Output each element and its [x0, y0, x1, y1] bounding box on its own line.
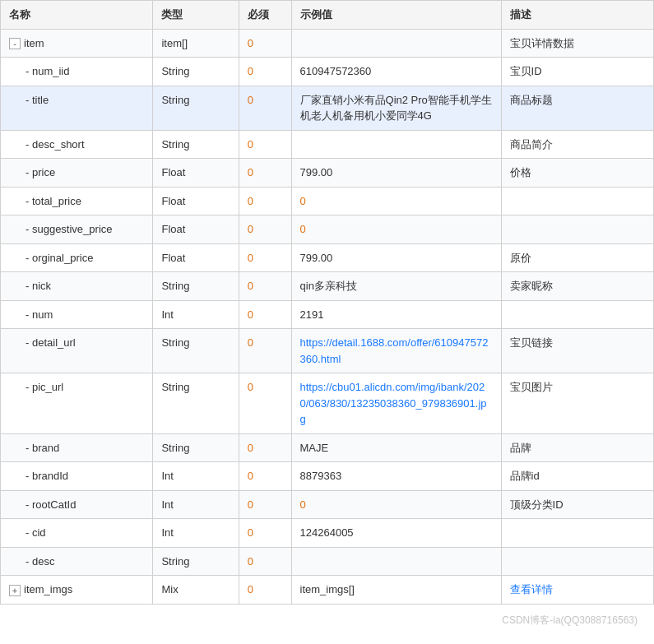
example-link[interactable]: https://detail.1688.com/offer/6109475723…: [300, 336, 489, 365]
cell-type: Int: [153, 519, 239, 548]
cell-example: [291, 547, 501, 576]
cell-example: 799.00: [291, 243, 501, 272]
cell-required: 0: [239, 329, 291, 373]
cell-desc: 宝贝图片: [501, 373, 653, 434]
cell-desc: 宝贝详情数据: [501, 29, 653, 58]
cell-example: qin多亲科技: [291, 272, 501, 301]
example-value: 0: [300, 195, 306, 207]
field-name: - title: [26, 94, 49, 106]
field-name: - desc_short: [26, 138, 85, 151]
cell-desc: [501, 547, 653, 576]
cell-desc: [501, 215, 653, 244]
field-name: - cid: [26, 526, 46, 539]
cell-example: https://cbu01.alicdn.com/img/ibank/2020/…: [291, 373, 501, 434]
field-name: - total_price: [26, 195, 81, 207]
header-type: 类型: [153, 1, 239, 30]
cell-name: - suggestive_price: [1, 215, 153, 244]
desc-link[interactable]: 查看详情: [510, 583, 553, 595]
cell-required: 0: [239, 300, 291, 329]
example-value: 0: [300, 223, 306, 235]
field-name: item: [24, 37, 44, 49]
cell-type: Float: [153, 159, 239, 188]
field-name: - pic_url: [26, 381, 63, 393]
cell-desc: [501, 187, 653, 215]
cell-required: 0: [239, 272, 291, 301]
cell-name: - pic_url: [1, 373, 153, 434]
cell-name: - total_price: [1, 187, 153, 215]
cell-type: item[]: [153, 29, 239, 58]
cell-name: - cid: [1, 519, 153, 548]
cell-example: 2191: [291, 300, 501, 329]
cell-name: - brandId: [1, 462, 153, 491]
cell-required: 0: [239, 159, 291, 188]
example-link[interactable]: https://cbu01.alicdn.com/img/ibank/2020/…: [300, 381, 487, 425]
cell-required: 0: [239, 433, 291, 462]
expand-icon[interactable]: -: [9, 38, 21, 49]
cell-desc: 查看详情: [501, 576, 653, 605]
cell-name: - detail_url: [1, 329, 153, 373]
cell-example: 0: [291, 215, 501, 244]
cell-name: -item: [1, 29, 153, 58]
cell-name: - title: [1, 86, 153, 130]
cell-example: 0: [291, 490, 501, 519]
cell-desc: 品牌id: [501, 462, 653, 491]
cell-type: Int: [153, 490, 239, 519]
cell-type: Float: [153, 243, 239, 272]
table-header: 名称 类型 必须 示例值 描述: [1, 1, 654, 30]
cell-required: 0: [239, 58, 291, 86]
field-name: - desc: [26, 555, 54, 568]
cell-name: - brand: [1, 433, 153, 462]
field-name: - rootCatId: [26, 498, 76, 511]
cell-type: Float: [153, 215, 239, 244]
field-name: item_imgs: [24, 583, 72, 595]
cell-desc: 品牌: [501, 433, 653, 462]
cell-type: Int: [153, 300, 239, 329]
cell-type: String: [153, 130, 239, 159]
cell-desc: 价格: [501, 159, 653, 188]
cell-desc: 商品标题: [501, 86, 653, 130]
cell-example: 799.00: [291, 159, 501, 188]
cell-type: String: [153, 86, 239, 130]
field-name: - suggestive_price: [26, 223, 113, 235]
header-example: 示例值: [291, 1, 501, 30]
cell-required: 0: [239, 243, 291, 272]
cell-example: [291, 130, 501, 159]
cell-desc: 卖家昵称: [501, 272, 653, 301]
expand-icon[interactable]: +: [9, 585, 21, 596]
field-name: - price: [26, 166, 55, 178]
cell-type: String: [153, 58, 239, 86]
field-name: - num: [26, 308, 53, 321]
field-name: - orginal_price: [26, 252, 93, 264]
header-name: 名称: [1, 1, 153, 30]
cell-required: 0: [239, 462, 291, 491]
header-desc: 描述: [501, 1, 653, 30]
cell-required: 0: [239, 490, 291, 519]
cell-required: 0: [239, 519, 291, 548]
field-name: - detail_url: [26, 336, 76, 349]
field-name: - nick: [26, 280, 51, 292]
field-name: - brandId: [26, 470, 68, 482]
cell-name: +item_imgs: [1, 576, 153, 605]
cell-required: 0: [239, 187, 291, 215]
cell-example: [291, 29, 501, 58]
cell-desc: 商品简介: [501, 130, 653, 159]
cell-required: 0: [239, 373, 291, 434]
api-table: 名称 类型 必须 示例值 描述 -itemitem[]0宝贝详情数据- num_…: [0, 0, 654, 605]
cell-required: 0: [239, 29, 291, 58]
table-body: -itemitem[]0宝贝详情数据- num_iidString0610947…: [1, 29, 654, 604]
cell-desc: 宝贝ID: [501, 58, 653, 86]
example-value: 0: [300, 498, 306, 511]
cell-name: - rootCatId: [1, 490, 153, 519]
cell-required: 0: [239, 576, 291, 605]
header-required: 必须: [239, 1, 291, 30]
cell-type: String: [153, 272, 239, 301]
cell-example: item_imgs[]: [291, 576, 501, 605]
cell-name: - nick: [1, 272, 153, 301]
cell-name: - desc_short: [1, 130, 153, 159]
cell-example: MAJE: [291, 433, 501, 462]
cell-example: 610947572360: [291, 58, 501, 86]
cell-type: String: [153, 373, 239, 434]
cell-example: 0: [291, 187, 501, 215]
cell-example: 厂家直销小米有品Qin2 Pro智能手机学生机老人机备用机小爱同学4G: [291, 86, 501, 130]
cell-type: String: [153, 433, 239, 462]
